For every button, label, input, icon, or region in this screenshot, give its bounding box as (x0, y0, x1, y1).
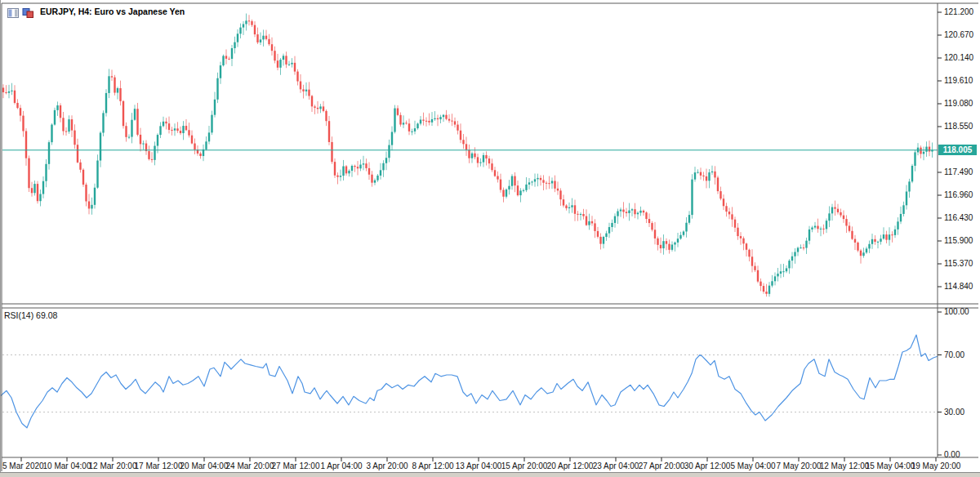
price-tick-label: 118.550 (944, 122, 973, 132)
bottom-scroll-strip (0, 472, 980, 477)
rsi-pane[interactable] (2, 309, 938, 457)
rsi-tick-label: 100.00 (944, 307, 969, 317)
chart-bars-icon (22, 7, 33, 16)
rsi-tick-label: 0.00 (944, 450, 960, 460)
current-price-label: 118.005 (938, 145, 977, 155)
price-tick-label: 119.080 (944, 99, 973, 109)
price-tick-label: 114.840 (944, 282, 973, 292)
trading-chart-window: EURJPY, H4: Euro vs Japanese Yen RSI(14)… (0, 0, 980, 477)
price-chart-pane[interactable] (2, 4, 938, 303)
price-tick-label: 119.610 (944, 76, 973, 86)
price-tick-label: 116.960 (944, 190, 973, 200)
price-tick-label: 115.900 (944, 236, 973, 246)
price-tick-label: 117.490 (944, 167, 973, 177)
price-tick-label: 120.140 (944, 53, 973, 63)
chart-header: EURJPY, H4: Euro vs Japanese Yen (7, 6, 185, 17)
price-tick-label: 121.200 (944, 7, 973, 17)
rsi-tick-label: 30.00 (944, 408, 964, 417)
price-tick-label: 116.430 (944, 213, 973, 223)
chart-title: EURJPY, H4: Euro vs Japanese Yen (40, 7, 185, 17)
time-tick-label: 19 May 20:00 (887, 461, 980, 471)
rsi-tick-label: 70.00 (944, 350, 964, 360)
price-tick-label: 115.370 (944, 259, 973, 269)
price-tick-label: 120.670 (944, 30, 973, 40)
chart-grid-icon (7, 7, 19, 16)
rsi-indicator-label: RSI(14) 69.08 (4, 310, 57, 320)
price-axis-area[interactable] (938, 4, 980, 457)
